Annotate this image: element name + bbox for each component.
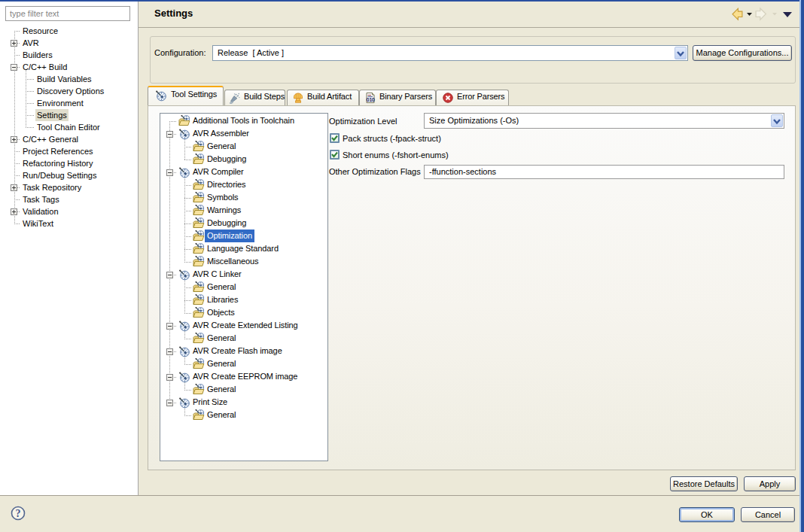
svg-text:?: ? [16,508,21,519]
